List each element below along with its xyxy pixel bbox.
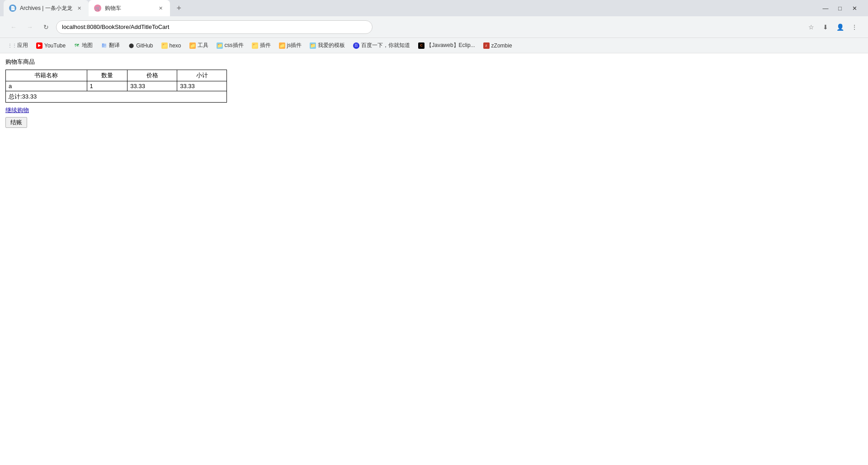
bookmark-zombie-label: zZombie <box>491 42 512 49</box>
bookmark-js-plugins-label: js插件 <box>287 42 302 49</box>
refresh-button[interactable]: ↻ <box>40 21 52 33</box>
bookmark-translate[interactable]: 翻 翻译 <box>97 40 123 51</box>
menu-icon[interactable]: ⋮ <box>848 21 861 33</box>
baidu-icon: 百 <box>353 42 359 49</box>
address-bar: ← → ↻ localhost:8080/BookStore/AddTitleT… <box>0 16 868 38</box>
tab-cart-icon: 🛒 <box>94 5 101 12</box>
page-content: 购物车商品 书籍名称 数量 价格 小计 a 1 33.33 33.33 <box>0 53 868 465</box>
tab-archives-icon: 📄 <box>9 5 16 12</box>
tab-cart-title: 购物车 <box>105 5 121 12</box>
bookmark-clion[interactable]: C 【Javaweb】Eclip... <box>415 40 478 51</box>
back-button[interactable]: ← <box>7 21 20 33</box>
bookmark-clion-label: 【Javaweb】Eclip... <box>426 42 475 49</box>
zombie-icon: z <box>483 42 490 49</box>
minimize-button[interactable]: — <box>819 2 832 14</box>
bookmark-baidu-label: 百度一下，你就知道 <box>361 42 410 49</box>
close-button[interactable]: ✕ <box>848 2 861 14</box>
cell-book-name: a <box>6 81 87 91</box>
bookmarks-bar: ⋮⋮ 应用 ▶ YouTube 🗺 地图 翻 翻译 ⬤ GitHub 📁 hex… <box>0 38 868 53</box>
bookmark-css-plugins[interactable]: 📁 css插件 <box>213 40 247 51</box>
bookmark-plugins[interactable]: 📁 插件 <box>248 40 274 51</box>
bookmark-github-label: GitHub <box>136 42 153 49</box>
total-row: 总计:33.33 <box>5 91 227 103</box>
page-title: 购物车商品 <box>5 58 863 66</box>
window-controls: — □ ✕ <box>819 2 864 14</box>
bookmark-plugins-label: 插件 <box>260 42 271 49</box>
bookmark-star-icon[interactable]: ☆ <box>805 21 817 33</box>
tab-cart-close[interactable]: ✕ <box>157 5 165 12</box>
apps-icon: ⋮⋮ <box>9 42 15 49</box>
bookmark-maps[interactable]: 🗺 地图 <box>70 40 96 51</box>
bookmark-github[interactable]: ⬤ GitHub <box>124 40 156 51</box>
col-header-price: 价格 <box>127 70 177 81</box>
tab-archives-close[interactable]: ✕ <box>76 5 83 12</box>
url-bar[interactable]: localhost:8080/BookStore/AddTitleToCart <box>56 20 373 34</box>
bookmark-my-templates[interactable]: 📁 我爱的模板 <box>306 40 349 51</box>
checkout-button[interactable]: 结账 <box>5 117 27 128</box>
continue-shopping-link[interactable]: 继续购物 <box>5 106 29 114</box>
title-bar: 📄 Archives | 一条小龙龙 ✕ 🛒 购物车 ✕ + — □ ✕ <box>0 0 868 16</box>
github-icon: ⬤ <box>128 42 134 49</box>
translate-icon: 翻 <box>101 42 107 49</box>
total-label: 总计:33.33 <box>9 93 37 100</box>
bookmark-css-plugins-label: css插件 <box>225 42 244 49</box>
css-plugins-folder-icon: 📁 <box>217 42 223 49</box>
cell-price: 33.33 <box>127 81 177 91</box>
youtube-icon: ▶ <box>36 42 42 49</box>
cell-quantity: 1 <box>87 81 127 91</box>
col-header-quantity: 数量 <box>87 70 127 81</box>
url-text: localhost:8080/BookStore/AddTitleToCart <box>62 23 169 30</box>
bookmark-js-plugins[interactable]: 📁 js插件 <box>275 40 306 51</box>
cart-table: 书籍名称 数量 价格 小计 a 1 33.33 33.33 <box>5 70 227 91</box>
bookmark-youtube-label: YouTube <box>44 42 66 49</box>
tab-cart[interactable]: 🛒 购物车 ✕ <box>89 0 170 16</box>
profile-icon[interactable]: 👤 <box>834 21 846 33</box>
my-templates-folder-icon: 📁 <box>310 42 316 49</box>
sync-icon[interactable]: ⬇ <box>819 21 832 33</box>
address-right-icons: ☆ ⬇ 👤 ⋮ <box>805 21 861 33</box>
maps-icon: 🗺 <box>74 42 80 49</box>
bookmark-zombie[interactable]: z zZombie <box>480 40 516 51</box>
bookmark-youtube[interactable]: ▶ YouTube <box>33 40 69 51</box>
hexo-folder-icon: 📁 <box>161 42 168 49</box>
bookmark-my-templates-label: 我爱的模板 <box>318 42 345 49</box>
maximize-button[interactable]: □ <box>834 2 846 14</box>
bookmark-tools[interactable]: 📁 工具 <box>186 40 212 51</box>
bookmark-apps-label: 应用 <box>17 42 28 49</box>
cell-subtotal: 33.33 <box>177 81 227 91</box>
col-header-subtotal: 小计 <box>177 70 227 81</box>
bookmark-hexo[interactable]: 📁 hexo <box>158 40 185 51</box>
bookmark-hexo-label: hexo <box>170 42 181 49</box>
forward-button[interactable]: → <box>24 21 36 33</box>
bookmark-apps[interactable]: ⋮⋮ 应用 <box>5 40 32 51</box>
tab-archives-title: Archives | 一条小龙龙 <box>20 5 72 12</box>
plugins-folder-icon: 📁 <box>252 42 258 49</box>
clion-icon: C <box>418 42 425 49</box>
tab-archives[interactable]: 📄 Archives | 一条小龙龙 ✕ <box>4 0 89 16</box>
bookmark-maps-label: 地图 <box>82 42 93 49</box>
table-row: a 1 33.33 33.33 <box>6 81 227 91</box>
new-tab-button[interactable]: + <box>172 1 186 15</box>
js-plugins-folder-icon: 📁 <box>279 42 285 49</box>
tools-folder-icon: 📁 <box>189 42 196 49</box>
bookmark-translate-label: 翻译 <box>109 42 120 49</box>
bookmark-baidu[interactable]: 百 百度一下，你就知道 <box>349 40 414 51</box>
col-header-name: 书籍名称 <box>6 70 87 81</box>
bookmark-tools-label: 工具 <box>198 42 208 49</box>
